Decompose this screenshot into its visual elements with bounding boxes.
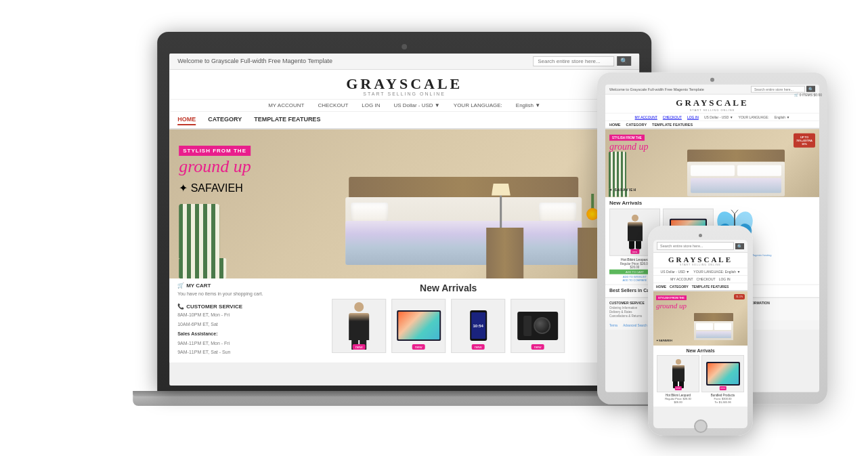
tab-nav-category[interactable]: CATEGORY (626, 122, 647, 126)
ph-person-fig (672, 359, 685, 388)
product-item: new (332, 299, 386, 353)
tab-search-input[interactable] (751, 85, 805, 92)
search-wrap: 🔍 (533, 56, 631, 66)
tab-topbar: Welcome to Grayscale Full-width Free Mag… (605, 84, 819, 94)
ph-lang[interactable]: YOUR LANGUAGE: English ▼ (693, 270, 740, 274)
tab-hero-text: ground up (609, 141, 648, 152)
ph-logo: GRAYSCALE (653, 255, 747, 264)
product-item-camera: new (511, 299, 565, 353)
search-input[interactable] (533, 56, 614, 66)
tab-bed (687, 149, 785, 193)
tab-search-btn[interactable]: 🔍 (806, 86, 815, 92)
phone-home-button[interactable] (694, 419, 708, 433)
tab-header: GRAYSCALE START SELLING ONLINE 🛒 0 ITEMS… (605, 94, 819, 113)
person-head (354, 302, 364, 312)
ph-nav-main: HOME CATEGORY TEMPLATE FEATURES (653, 283, 747, 291)
camera-lens (534, 317, 550, 334)
ph-hero-text: ground up (656, 302, 687, 310)
topbar-message: Welcome to Grayscale Full-width Free Mag… (177, 58, 332, 64)
tab-currency[interactable]: US Dollar - USD ▼ (704, 115, 733, 119)
lamp-pole-left (500, 190, 502, 228)
ph-pillows (696, 323, 731, 330)
ph-search-input[interactable] (657, 242, 734, 250)
tab-lang[interactable]: English ▼ (775, 115, 790, 119)
tab-logo: GRAYSCALE (611, 97, 814, 108)
ph-headboard (694, 313, 733, 321)
ph-product-tv: new Bundled Products From: $300.00 To: $… (701, 355, 744, 404)
furniture-scene (334, 129, 639, 278)
tab-leg-l (629, 241, 634, 249)
ph-logo-sub: START SELLING ONLINE (653, 264, 747, 266)
ph-nav-myaccount[interactable]: MY ACCOUNT (670, 277, 693, 281)
product-item-phone: 10:54 new (451, 299, 505, 353)
ph-price-to: To: $1,645.96 (701, 400, 744, 404)
ph-currency[interactable]: US Dollar - USD ▼ (661, 270, 690, 274)
ph-new-arrivals: New Arrivals (653, 346, 747, 407)
ph-bedding (696, 331, 731, 338)
ph-mattress (694, 321, 733, 340)
service-hours-1: 8AM-10PM ET, Mon - Fri (177, 312, 265, 318)
main-scene: Welcome to Grayscale Full-width Free Mag… (0, 0, 868, 456)
tab-headboard (687, 149, 785, 161)
site-nav-main: HOME CATEGORY TEMPLATE FEATURES (169, 112, 639, 129)
tab-nav-login[interactable]: LOG IN (687, 115, 699, 119)
ph-nav-category[interactable]: CATEGORY (670, 285, 689, 289)
hero-brand-name: ✦ SAFAVIEH (179, 182, 243, 194)
new-badge-camera: new (531, 344, 544, 350)
nav-home[interactable]: HOME (177, 115, 196, 125)
ph-nav-checkout[interactable]: CHECKOUT (697, 277, 716, 281)
site-topbar: Welcome to Grayscale Full-width Free Mag… (169, 54, 639, 70)
service-title: 📞 CUSTOMER SERVICE (177, 304, 265, 310)
tab-person-fig (628, 215, 643, 249)
ph-hero-badge: STYLISH FROM THE (656, 295, 687, 300)
tab-link-terms[interactable]: Terms (609, 323, 617, 327)
new-arrivals-title: New Arrivals (265, 283, 631, 293)
nav-myaccount[interactable]: MY ACCOUNT (268, 102, 304, 108)
ph-products-row: new Hot Bikini Leopard Regular Price: $2… (657, 355, 744, 404)
product-image-camera: new (511, 299, 565, 353)
language-selector[interactable]: English ▼ (516, 102, 540, 108)
ph-search-btn[interactable]: 🔍 (735, 243, 744, 249)
laptop-camera (402, 44, 407, 49)
ph-tv-screen (708, 363, 739, 384)
tv-screen (398, 312, 439, 339)
tab-nav-checkout[interactable]: CHECKOUT (663, 115, 682, 119)
tab-nav-main: HOME CATEGORY TEMPLATE FEATURES (605, 121, 819, 129)
tab-link-advanced[interactable]: Advanced Search (623, 323, 647, 327)
tab-pillows (691, 165, 781, 175)
search-button[interactable]: 🔍 (617, 56, 631, 66)
tab-new-badge-person: new (630, 249, 639, 253)
tab-person-body (628, 222, 643, 241)
tab-nav-home[interactable]: HOME (609, 122, 621, 126)
hero-text-overlay: STYLISH FROM THE ground up ✦ SAFAVIEH (179, 143, 251, 195)
ph-nav-login[interactable]: LOG IN (719, 277, 731, 281)
nav-login[interactable]: LOG IN (362, 102, 380, 108)
nav-category[interactable]: CATEGORY (208, 115, 242, 125)
nav-checkout[interactable]: CHECKOUT (318, 102, 348, 108)
site-header: GRAYSCALE START SELLING ONLINE (169, 70, 639, 100)
product-item-tv: new (391, 299, 446, 353)
hero-banner: STYLISH FROM THE ground up ✦ SAFAVIEH (169, 129, 639, 278)
person-figure (344, 302, 374, 350)
laptop-foot (133, 391, 676, 396)
phone-camera-area (653, 234, 747, 237)
ph-tv-fig (706, 362, 740, 386)
hero-brand: ✦ SAFAVIEH (179, 182, 251, 194)
laptop-base (133, 391, 676, 406)
laptop-sidebar: 🛒 MY CART You have no items in your shop… (177, 283, 265, 359)
smartphone-screen: 10:54 (471, 312, 485, 339)
ph-nav-features[interactable]: TEMPLATE FEATURES (692, 285, 729, 289)
cart-empty-text: You have no items in your shopping cart. (177, 291, 265, 297)
ph-product-img-person: new (657, 355, 699, 392)
currency-selector[interactable]: US Dollar - USD ▼ (393, 102, 439, 108)
products-grid: new new (265, 299, 631, 353)
tab-nav-myaccount[interactable]: MY ACCOUNT (635, 115, 657, 119)
tab-hero-badge: STYLISH FROM THE (609, 134, 645, 140)
striped-chair (179, 204, 226, 278)
tab-nav-features[interactable]: TEMPLATE FEATURES (652, 122, 693, 126)
nav-template-features[interactable]: TEMPLATE FEATURES (254, 115, 320, 125)
ph-nav-home[interactable]: HOME (656, 285, 666, 289)
hero-main-text: ground up (179, 157, 251, 177)
tab-person-head (632, 215, 638, 222)
ph-person-body (672, 365, 685, 381)
